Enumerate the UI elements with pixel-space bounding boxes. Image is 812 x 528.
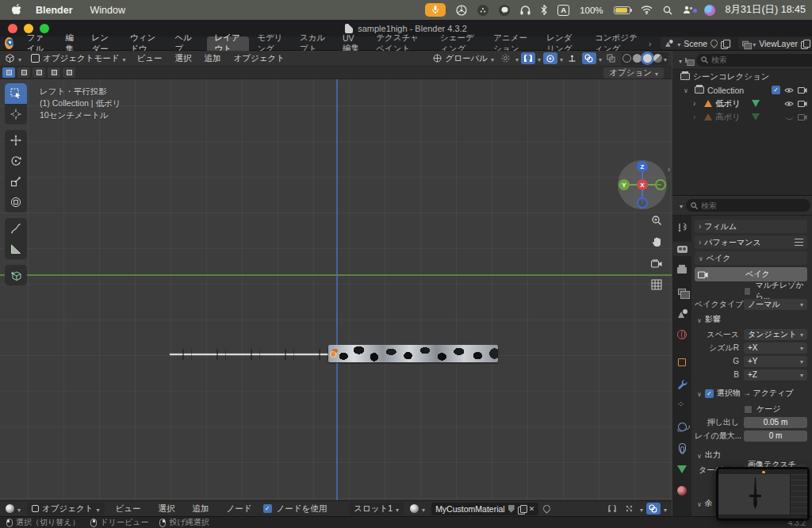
sword-handle-textured[interactable] xyxy=(328,345,498,362)
shader-snap-target-dropdown[interactable] xyxy=(622,503,637,515)
selected-to-active-checkbox[interactable]: ✓ xyxy=(705,389,714,398)
mode-selector[interactable]: オブジェクトモード xyxy=(26,51,130,67)
max-ray-value-field[interactable]: 0 m xyxy=(744,430,807,442)
viewport-menu-view[interactable]: ビュー xyxy=(131,53,169,64)
outliner-search[interactable] xyxy=(696,54,812,67)
use-nodes-checkbox[interactable]: ✓ xyxy=(263,504,272,513)
proportional-caret-icon[interactable] xyxy=(560,54,563,63)
tab-texture-paint[interactable]: テクスチャペイント xyxy=(368,36,432,51)
shading-wireframe-button[interactable] xyxy=(622,54,631,63)
cage-checkbox[interactable] xyxy=(744,405,753,414)
xray-toggle[interactable] xyxy=(604,52,619,64)
pivot-caret-icon[interactable] xyxy=(515,54,519,63)
shader-mode-dropdown[interactable]: オブジェクト xyxy=(27,503,105,515)
outliner-row-high-poly[interactable]: 高ポリ xyxy=(672,110,812,124)
cage-row[interactable]: ケージ xyxy=(695,403,807,415)
high-poly-disclosure-icon[interactable] xyxy=(693,113,701,121)
tab-modeling[interactable]: モデリング xyxy=(249,36,292,51)
blender-logo-icon[interactable] xyxy=(5,37,13,49)
viewport-menu-add[interactable]: 追加 xyxy=(198,53,228,64)
tab-shading[interactable]: シェーディング xyxy=(432,36,485,51)
zoom-view-icon[interactable] xyxy=(649,212,665,228)
add-cube-tool[interactable] xyxy=(5,265,27,285)
menubar-window-menu[interactable]: Window xyxy=(90,5,125,16)
performance-presets-icon[interactable] xyxy=(795,239,803,246)
tab-layout[interactable]: レイアウト xyxy=(207,36,250,51)
material-name[interactable]: MyCustomMaterial xyxy=(435,504,505,514)
camera-view-icon[interactable] xyxy=(649,255,665,271)
overlays-caret-icon[interactable] xyxy=(599,54,602,63)
screen-preview-overlay[interactable] xyxy=(716,467,810,521)
panel-bake[interactable]: ベイク xyxy=(695,251,807,265)
editor-type-button[interactable] xyxy=(0,51,26,67)
shader-menu-select[interactable]: 選択 xyxy=(152,503,182,515)
tab-view-layer-properties[interactable] xyxy=(673,285,691,299)
toggle-ortho-icon[interactable] xyxy=(649,277,665,293)
collection-hide-icon[interactable] xyxy=(784,87,794,94)
cursor-tool[interactable] xyxy=(5,104,27,124)
outliner-mode-caret-icon[interactable] xyxy=(679,55,682,65)
rotate-tool[interactable] xyxy=(5,151,27,171)
controller-icon[interactable] xyxy=(456,5,467,16)
scene-selector[interactable]: Scene xyxy=(661,37,732,49)
bluetooth-icon[interactable] xyxy=(541,5,547,15)
snap-toggle[interactable] xyxy=(521,52,535,64)
slot-dropdown[interactable]: スロット1 xyxy=(349,503,404,515)
annotate-tool[interactable] xyxy=(5,218,27,239)
shader-overlays-toggle[interactable] xyxy=(646,503,661,515)
shading-solid-button[interactable] xyxy=(633,54,642,63)
collection-label[interactable]: Collection xyxy=(707,86,744,95)
select-mode-extend-button[interactable] xyxy=(17,67,30,78)
properties-search[interactable] xyxy=(686,199,810,212)
panel-performance[interactable]: パフォーマンス xyxy=(695,235,807,249)
tab-sculpting[interactable]: スカルプト xyxy=(292,36,335,51)
low-poly-label[interactable]: 低ポリ xyxy=(715,98,741,109)
bake-type-dropdown[interactable]: ノーマル xyxy=(744,299,807,310)
swizzle-g-dropdown[interactable]: +Y xyxy=(744,356,807,367)
shading-rendered-button[interactable] xyxy=(653,54,662,63)
select-box-tool[interactable] xyxy=(5,83,27,104)
shader-pin-icon[interactable] xyxy=(542,503,552,514)
line-app-icon[interactable] xyxy=(499,5,510,16)
material-name-field[interactable]: MyCustomMaterial ✕ xyxy=(431,503,538,515)
sidebar-toggle-icon[interactable] xyxy=(668,165,670,174)
copy-material-icon[interactable] xyxy=(518,505,526,513)
panel-film[interactable]: フィルム xyxy=(695,220,807,233)
gizmo-axis-neg-z[interactable] xyxy=(637,197,648,209)
tab-material-properties[interactable] xyxy=(673,484,691,498)
menubar-clock[interactable]: 8月31日(日) 18:45 xyxy=(726,3,806,17)
new-scene-icon[interactable] xyxy=(721,40,729,48)
tab-world-properties[interactable] xyxy=(673,327,691,342)
high-poly-label[interactable]: 高ポリ xyxy=(715,112,741,123)
select-mode-intersect-button[interactable] xyxy=(63,67,75,78)
tab-render-properties[interactable] xyxy=(672,242,691,256)
gizmo-axis-z[interactable]: Z xyxy=(637,161,648,172)
wifi-icon[interactable] xyxy=(641,6,653,14)
tab-data-properties[interactable] xyxy=(673,462,691,476)
app-status-icon[interactable] xyxy=(477,5,488,16)
pin-icon[interactable] xyxy=(709,38,719,48)
high-poly-hidden-icon[interactable] xyxy=(785,115,794,120)
space-dropdown[interactable]: タンジェント xyxy=(744,329,807,340)
select-mode-set-button[interactable] xyxy=(2,67,15,78)
from-multires-checkbox[interactable] xyxy=(744,287,751,296)
unlink-material-icon[interactable]: ✕ xyxy=(529,505,535,513)
transform-orientation-dropdown[interactable]: グローバル xyxy=(431,51,496,67)
bake-button[interactable]: ベイク xyxy=(695,267,807,281)
outliner-search-input[interactable] xyxy=(711,55,812,64)
show-gizmo-toggle[interactable] xyxy=(565,52,580,64)
battery-icon[interactable] xyxy=(614,6,630,14)
navigation-gizmo[interactable]: Z Y X xyxy=(618,160,667,209)
menubar-app-name[interactable]: Blender xyxy=(36,5,73,16)
shader-overlays-caret-icon[interactable] xyxy=(664,504,667,514)
panel-influence[interactable]: 影響 xyxy=(695,313,807,326)
outliner-filter-id-icon[interactable] xyxy=(685,58,687,63)
pivot-point-dropdown[interactable] xyxy=(499,52,513,64)
shader-snap-caret-icon[interactable] xyxy=(640,504,643,514)
tab-constraint-properties[interactable] xyxy=(673,441,691,455)
low-poly-camera-icon[interactable] xyxy=(798,100,807,107)
close-window-button[interactable] xyxy=(8,24,17,33)
low-poly-hide-icon[interactable] xyxy=(784,101,794,107)
view-layer-name[interactable]: ViewLayer xyxy=(759,39,798,48)
gizmo-axis-x[interactable]: X xyxy=(637,179,648,190)
